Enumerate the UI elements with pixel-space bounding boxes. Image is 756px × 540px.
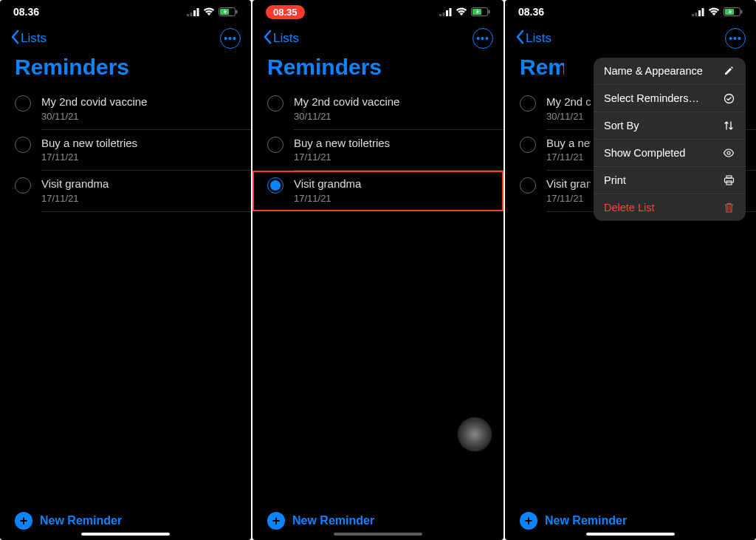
phone-screenshot-2: 08.35 Lists ••• Reminders My 2nd covid v…	[252, 0, 504, 540]
svg-rect-0	[187, 14, 189, 16]
svg-rect-3	[197, 8, 199, 16]
reminder-item[interactable]: Buy a new toiletries 17/11/21	[267, 130, 504, 171]
back-button[interactable]: Lists	[10, 30, 47, 48]
complete-toggle-selected[interactable]	[267, 177, 284, 194]
nav-bar: Lists •••	[252, 24, 504, 53]
status-bar: 08.36	[0, 0, 251, 24]
complete-toggle[interactable]	[520, 95, 536, 112]
menu-delete-list[interactable]: Delete List	[594, 194, 746, 221]
menu-label: Name & Appearance	[604, 65, 703, 77]
nav-bar: Lists •••	[0, 24, 251, 53]
svg-rect-1	[190, 13, 193, 16]
ellipsis-icon: •••	[224, 33, 237, 44]
svg-rect-16	[698, 10, 701, 16]
menu-print[interactable]: Print	[594, 167, 746, 194]
checkmark-circle-icon	[722, 93, 735, 104]
reminder-date: 17/11/21	[41, 193, 239, 204]
status-time: 08.36	[518, 6, 544, 18]
back-label: Lists	[273, 31, 299, 46]
back-button[interactable]: Lists	[515, 30, 551, 48]
menu-name-appearance[interactable]: Name & Appearance	[594, 58, 746, 85]
trash-icon	[722, 202, 735, 213]
battery-icon	[471, 7, 490, 16]
menu-select-reminders[interactable]: Select Reminders…	[594, 85, 746, 112]
menu-sort-by[interactable]: Sort By	[594, 112, 746, 140]
reminder-title: Buy a new toiletries	[294, 136, 492, 151]
back-button[interactable]: Lists	[263, 30, 299, 48]
printer-icon	[722, 175, 735, 185]
reminder-title: My 2nd covid vaccine	[546, 95, 591, 109]
home-indicator[interactable]	[334, 533, 422, 536]
status-time: 08.36	[13, 6, 39, 18]
svg-point-22	[727, 151, 730, 154]
complete-toggle[interactable]	[267, 137, 284, 153]
reminder-title: Visit grandma	[41, 177, 239, 191]
chevron-left-icon	[10, 30, 19, 48]
svg-rect-13	[489, 10, 490, 14]
svg-rect-6	[236, 10, 238, 14]
wifi-icon	[708, 7, 720, 16]
svg-rect-15	[695, 13, 698, 16]
reminder-title: Visit grandma	[294, 177, 489, 191]
menu-show-completed[interactable]: Show Completed	[594, 140, 746, 167]
status-bar: 08.35	[252, 0, 504, 24]
svg-rect-17	[702, 8, 704, 16]
reminder-item[interactable]: My 2nd covid vaccine 30/11/21	[267, 89, 504, 130]
svg-point-21	[724, 94, 733, 103]
reminder-title: My 2nd covid vaccine	[41, 95, 239, 109]
context-menu: Name & Appearance Select Reminders… Sort…	[594, 58, 746, 221]
more-button[interactable]: •••	[220, 28, 241, 49]
menu-label: Select Reminders…	[604, 92, 699, 104]
assistive-touch-button[interactable]	[458, 417, 492, 451]
sort-arrows-icon	[722, 120, 735, 131]
menu-label: Print	[604, 174, 626, 186]
svg-rect-9	[446, 10, 448, 16]
menu-label: Sort By	[604, 120, 639, 131]
chevron-left-icon	[515, 30, 524, 48]
status-bar: 08.36	[505, 0, 756, 24]
complete-toggle[interactable]	[520, 137, 536, 153]
wifi-icon	[456, 7, 467, 16]
reminder-date: 30/11/21	[294, 111, 492, 122]
ellipsis-icon: •••	[729, 33, 742, 44]
new-reminder-label: New Reminder	[545, 514, 627, 527]
more-button[interactable]: •••	[725, 28, 746, 49]
svg-rect-24	[724, 178, 733, 182]
page-title: Reminders	[252, 53, 504, 89]
svg-rect-8	[443, 13, 445, 16]
reminder-date: 17/11/21	[41, 151, 239, 163]
eye-icon	[722, 148, 735, 157]
recording-time-pill[interactable]: 08.35	[266, 5, 305, 19]
new-reminder-label: New Reminder	[292, 514, 374, 527]
cellular-signal-icon	[187, 8, 199, 16]
reminder-item[interactable]: Visit grandma 17/11/21	[15, 171, 251, 212]
menu-label: Show Completed	[604, 147, 685, 159]
svg-rect-14	[692, 14, 694, 16]
reminder-date: 30/11/21	[41, 111, 239, 122]
plus-icon: +	[520, 512, 537, 530]
back-label: Lists	[21, 31, 47, 46]
pencil-icon	[722, 66, 735, 76]
complete-toggle[interactable]	[15, 95, 31, 112]
plus-icon: +	[267, 512, 285, 530]
reminder-title: Buy a new toiletries	[41, 136, 239, 151]
home-indicator[interactable]	[586, 533, 675, 536]
complete-toggle[interactable]	[520, 177, 536, 194]
new-reminder-label: New Reminder	[40, 514, 122, 527]
nav-bar: Lists •••	[505, 24, 756, 53]
reminder-item[interactable]: Buy a new toiletries 17/11/21	[15, 130, 251, 171]
phone-screenshot-3: 08.36 Lists ••• Reminders My 2nd covid v…	[505, 0, 756, 540]
reminder-item[interactable]: My 2nd covid vaccine 30/11/21	[15, 89, 251, 130]
complete-toggle[interactable]	[15, 177, 31, 194]
complete-toggle[interactable]	[267, 95, 284, 112]
cellular-signal-icon	[439, 8, 452, 16]
reminder-item-highlighted[interactable]: Visit grandma 17/11/21	[252, 171, 504, 211]
page-title: Reminders	[0, 53, 251, 89]
complete-toggle[interactable]	[15, 137, 31, 153]
cellular-signal-icon	[692, 8, 704, 16]
menu-label: Delete List	[604, 202, 655, 213]
home-indicator[interactable]	[81, 533, 170, 536]
more-button[interactable]: •••	[472, 28, 493, 49]
back-label: Lists	[526, 31, 551, 46]
battery-icon	[219, 7, 238, 16]
